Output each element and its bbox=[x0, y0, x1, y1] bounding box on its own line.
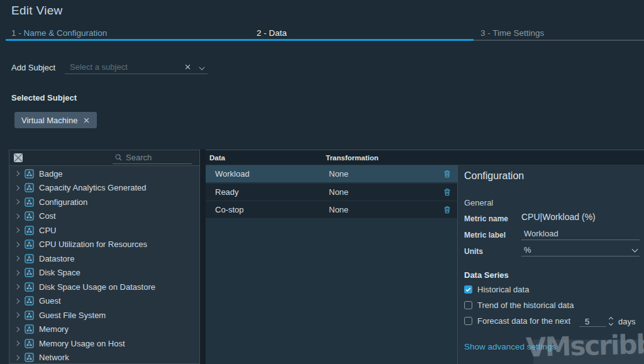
metric-tree-toolbar bbox=[9, 150, 199, 166]
checkbox-label: Forecast data for the next bbox=[477, 316, 570, 326]
subject-select-input[interactable] bbox=[70, 60, 177, 73]
metric-label-field[interactable] bbox=[521, 228, 640, 240]
chevron-right-icon[interactable] bbox=[14, 256, 19, 261]
clear-selection-icon[interactable] bbox=[184, 63, 191, 70]
stepper-down-icon[interactable] bbox=[609, 321, 613, 326]
tree-item-memory-usage-on-host[interactable]: Memory Usage on Host bbox=[9, 336, 199, 351]
table-row-workload[interactable]: Workload None bbox=[206, 165, 457, 182]
forecast-days-stepper[interactable] bbox=[608, 316, 615, 326]
forecast-days-input[interactable] bbox=[579, 317, 598, 326]
chevron-right-icon[interactable] bbox=[14, 242, 19, 247]
metric-tree-panel: Badge Capacity Analytics Generated Confi… bbox=[9, 150, 200, 364]
tab-time-settings[interactable]: 3 - Time Settings bbox=[480, 28, 544, 38]
metric-group-icon bbox=[25, 240, 34, 249]
metric-name-value: CPU|Workload (%) bbox=[521, 212, 596, 222]
tree-search-field[interactable] bbox=[113, 151, 192, 164]
chevron-right-icon[interactable] bbox=[14, 355, 19, 360]
chevron-right-icon[interactable] bbox=[14, 214, 19, 219]
tree-item-cpu-utilization[interactable]: CPU Utilization for Resources bbox=[9, 238, 199, 252]
historical-data-checkbox-row[interactable]: Historical data bbox=[464, 285, 529, 294]
delete-row-icon[interactable] bbox=[443, 205, 452, 214]
active-step-underline bbox=[6, 39, 474, 41]
metric-group-icon bbox=[25, 211, 34, 221]
tab-name-configuration[interactable]: 1 - Name & Configuration bbox=[11, 28, 107, 38]
collapse-all-icon[interactable] bbox=[13, 153, 23, 163]
tree-item-label: CPU Utilization for Resources bbox=[39, 240, 147, 249]
tree-search-input[interactable] bbox=[126, 153, 186, 162]
metric-label-input[interactable] bbox=[521, 229, 635, 238]
inactive-step-underline bbox=[474, 40, 644, 41]
tree-item-label: Cost bbox=[39, 211, 56, 221]
chevron-right-icon[interactable] bbox=[14, 270, 19, 275]
chevron-right-icon[interactable] bbox=[14, 284, 19, 289]
selected-subject-label: Selected Subject bbox=[11, 93, 77, 102]
page-title: Edit View bbox=[11, 4, 63, 18]
checkbox-label: Trend of the historical data bbox=[477, 301, 574, 310]
tree-item-guest-file-system[interactable]: Guest File System bbox=[9, 308, 199, 323]
metric-group-icon bbox=[25, 183, 34, 192]
metric-label-label: Metric label bbox=[464, 231, 506, 240]
row-transformation-cell[interactable]: None bbox=[329, 187, 348, 197]
tree-item-disk-space-usage[interactable]: Disk Space Usage on Datastore bbox=[9, 280, 199, 294]
chevron-right-icon[interactable] bbox=[14, 299, 19, 304]
delete-row-icon[interactable] bbox=[443, 169, 452, 179]
show-advanced-settings-link[interactable]: Show advanced settings bbox=[464, 342, 556, 351]
row-transformation-cell[interactable]: None bbox=[329, 169, 348, 179]
general-heading: General bbox=[464, 198, 493, 207]
tree-item-network[interactable]: Network bbox=[9, 351, 199, 364]
tree-item-label: Datastore bbox=[39, 254, 74, 263]
forecast-days-field[interactable] bbox=[579, 316, 606, 327]
tree-item-memory[interactable]: Memory bbox=[9, 323, 199, 337]
chevron-right-icon[interactable] bbox=[14, 327, 19, 332]
checkbox-label: Historical data bbox=[477, 285, 529, 294]
subject-select[interactable] bbox=[65, 60, 208, 74]
tree-item-label: Disk Space bbox=[39, 268, 80, 277]
tree-item-datastore[interactable]: Datastore bbox=[9, 251, 199, 266]
subject-chip-virtual-machine[interactable]: Virtual Machine bbox=[14, 112, 97, 128]
tree-item-cpu[interactable]: CPU bbox=[9, 223, 199, 238]
chevron-right-icon[interactable] bbox=[14, 199, 19, 204]
tree-item-label: Guest File System bbox=[39, 311, 106, 320]
table-row-co-stop[interactable]: Co-stop None bbox=[206, 201, 457, 218]
chevron-right-icon[interactable] bbox=[14, 171, 19, 176]
chevron-down-icon[interactable] bbox=[199, 64, 204, 70]
metric-group-icon bbox=[25, 268, 34, 277]
row-transformation-cell[interactable]: None bbox=[329, 205, 348, 214]
metric-group-icon bbox=[25, 169, 34, 179]
tree-item-label: Guest bbox=[39, 296, 61, 306]
trend-checkbox-row[interactable]: Trend of the historical data bbox=[464, 301, 574, 310]
tree-item-label: Memory Usage on Host bbox=[39, 339, 125, 348]
tree-item-badge[interactable]: Badge bbox=[9, 167, 199, 181]
tree-item-disk-space[interactable]: Disk Space bbox=[9, 266, 199, 280]
table-row-ready[interactable]: Ready None bbox=[206, 184, 457, 201]
forecast-days-suffix: days bbox=[618, 317, 635, 326]
row-data-cell: Ready bbox=[215, 187, 239, 197]
search-icon bbox=[114, 153, 123, 162]
chevron-right-icon[interactable] bbox=[14, 228, 19, 233]
tree-item-label: Capacity Analytics Generated bbox=[39, 183, 147, 192]
delete-row-icon[interactable] bbox=[443, 187, 452, 197]
tree-item-configuration[interactable]: Configuration bbox=[9, 195, 199, 209]
chip-label: Virtual Machine bbox=[21, 116, 77, 125]
tree-item-cost[interactable]: Cost bbox=[9, 209, 199, 224]
checkbox-checked-icon[interactable] bbox=[464, 285, 472, 294]
configuration-panel: Configuration General Metric name CPU|Wo… bbox=[457, 165, 644, 364]
tree-item-label: Memory bbox=[39, 324, 69, 334]
tree-item-guest[interactable]: Guest bbox=[9, 294, 199, 309]
checkbox-unchecked-icon[interactable] bbox=[464, 317, 472, 325]
configuration-title: Configuration bbox=[464, 170, 524, 182]
row-data-cell: Co-stop bbox=[215, 205, 244, 214]
chevron-right-icon[interactable] bbox=[14, 185, 19, 190]
tab-data[interactable]: 2 - Data bbox=[257, 28, 287, 38]
remove-chip-icon[interactable] bbox=[83, 117, 90, 124]
checkbox-unchecked-icon[interactable] bbox=[464, 301, 472, 309]
metric-group-icon bbox=[25, 339, 34, 348]
metric-group-icon bbox=[25, 226, 34, 235]
chevron-right-icon[interactable] bbox=[14, 341, 19, 346]
chevron-down-icon bbox=[632, 246, 638, 253]
units-select[interactable]: % bbox=[521, 244, 640, 256]
chevron-right-icon[interactable] bbox=[14, 312, 19, 317]
tree-item-capacity-analytics-generated[interactable]: Capacity Analytics Generated bbox=[9, 181, 199, 196]
forecast-checkbox-row[interactable]: Forecast data for the next bbox=[464, 316, 570, 326]
tree-item-label: CPU bbox=[39, 226, 56, 235]
